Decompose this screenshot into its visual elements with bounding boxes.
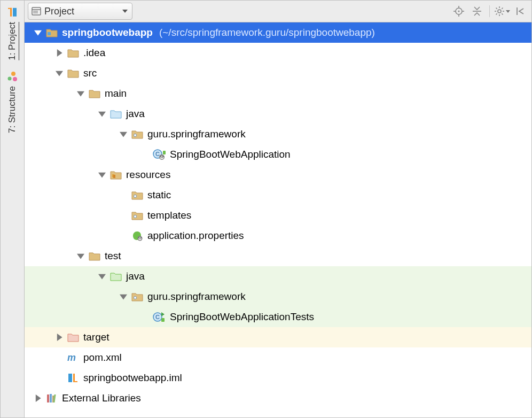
intellij-module-icon [67, 373, 79, 383]
disclosure-open-icon[interactable] [77, 90, 84, 97]
node-label: SpringBootWebApplication [170, 149, 291, 160]
svg-point-35 [134, 195, 137, 198]
disclosure-closed-icon[interactable] [56, 334, 63, 341]
test-source-folder-icon [110, 272, 122, 281]
disclosure-open-icon[interactable] [98, 110, 106, 118]
svg-point-28 [134, 134, 137, 137]
maven-icon: m [67, 352, 79, 363]
tree-node-templates[interactable]: templates [25, 205, 531, 226]
project-tool-window: Project springbootwebapp (~/src/springfr… [25, 1, 531, 417]
svg-rect-34 [113, 175, 115, 178]
disclosure-closed-icon[interactable] [56, 49, 63, 57]
tree-node-pkg-test[interactable]: guru.springframework [25, 287, 531, 307]
tree-node-target[interactable]: target [25, 327, 531, 347]
node-label: java [126, 270, 145, 282]
tree-node-pkg-main[interactable]: guru.springframework [25, 124, 531, 144]
node-path: (~/src/springframework.guru/springbootwe… [159, 27, 375, 38]
node-label: src [83, 67, 97, 79]
disclosure-open-icon[interactable] [77, 252, 84, 260]
disclosure-open-icon[interactable] [120, 293, 127, 300]
toolwindow-tab-project[interactable]: 1: Project [5, 4, 20, 64]
settings-button[interactable] [494, 3, 510, 19]
node-label: resources [126, 169, 170, 181]
svg-rect-27 [48, 32, 51, 35]
hide-button[interactable] [512, 3, 528, 19]
folder-icon [67, 68, 79, 78]
tree-node-pom[interactable]: m pom.xml [25, 347, 531, 368]
node-label: target [83, 331, 109, 343]
folder-icon [67, 48, 79, 58]
node-label: main [105, 88, 127, 99]
disclosure-open-icon[interactable] [98, 171, 106, 179]
disclosure-open-icon[interactable] [56, 69, 63, 77]
svg-text:m: m [67, 352, 76, 363]
toolwindow-tab-label: 1: Project [7, 22, 18, 60]
svg-line-23 [502, 13, 503, 14]
gear-icon [494, 6, 505, 17]
svg-point-17 [498, 10, 501, 13]
disclosure-open-icon[interactable] [34, 29, 42, 36]
svg-rect-1 [10, 8, 12, 17]
folder-icon [89, 89, 100, 98]
tree-node-test-class[interactable]: C SpringBootWebApplicationTests [25, 307, 531, 327]
svg-text:C: C [155, 314, 160, 320]
disclosure-open-icon[interactable] [98, 273, 106, 280]
toolwindow-tab-label: 7: Structure [7, 86, 18, 133]
svg-line-22 [496, 8, 497, 9]
package-icon [131, 292, 143, 301]
folder-icon [89, 251, 100, 261]
collapse-all-button[interactable] [469, 3, 485, 19]
svg-rect-43 [68, 374, 72, 382]
disclosure-open-icon[interactable] [120, 130, 127, 138]
svg-point-5 [11, 72, 15, 76]
svg-rect-47 [50, 394, 52, 402]
node-label: guru.springframework [147, 291, 246, 303]
svg-rect-41 [161, 318, 165, 322]
node-label: External Libraries [62, 392, 141, 404]
spring-boot-app-icon: C [153, 149, 166, 160]
svg-point-38 [134, 297, 137, 299]
node-label: guru.springframework [147, 128, 246, 140]
chevron-down-icon [506, 10, 510, 13]
project-tree[interactable]: springbootwebapp (~/src/springframework.… [25, 22, 531, 417]
tree-node-iml[interactable]: springbootwebapp.iml [25, 368, 531, 388]
package-icon [131, 211, 143, 220]
svg-point-11 [458, 11, 460, 12]
tree-node-src[interactable]: src [25, 63, 531, 83]
tree-node-resources[interactable]: resources [25, 165, 531, 185]
tree-node-idea[interactable]: .idea [25, 43, 531, 63]
toolwindow-tab-structure[interactable]: 7: Structure [5, 68, 20, 136]
node-label: pom.xml [83, 352, 122, 363]
tree-node-root[interactable]: springbootwebapp (~/src/springframework.… [25, 22, 531, 43]
disclosure-closed-icon[interactable] [34, 394, 42, 402]
scroll-to-source-button[interactable] [451, 3, 467, 19]
runnable-test-class-icon: C [153, 311, 166, 323]
chevron-down-icon [122, 10, 128, 13]
view-selector-label: Project [44, 6, 74, 17]
tree-node-main-class[interactable]: C SpringBootWebApplication [25, 144, 531, 165]
tree-node-static[interactable]: static [25, 185, 531, 205]
tree-node-app-props[interactable]: application.properties [25, 226, 531, 246]
node-label: .idea [83, 47, 105, 59]
node-label: application.properties [147, 230, 244, 242]
module-folder-icon [46, 28, 58, 37]
source-folder-icon [110, 109, 122, 119]
target-icon [453, 6, 464, 17]
intellij-project-icon [7, 7, 18, 18]
tree-node-main-java[interactable]: java [25, 104, 531, 124]
node-label: test [105, 250, 121, 262]
tree-node-main[interactable]: main [25, 83, 531, 104]
resources-folder-icon [110, 170, 122, 180]
svg-rect-46 [47, 394, 49, 402]
svg-rect-2 [8, 8, 12, 9]
project-toolbar: Project [25, 1, 531, 22]
node-label: springbootwebapp [62, 27, 153, 38]
package-icon [131, 190, 143, 200]
libraries-icon [46, 393, 58, 404]
tree-node-test-java[interactable]: java [25, 266, 531, 287]
view-selector[interactable]: Project [28, 3, 132, 20]
tool-window-bar: 1: Project 7: Structure [1, 1, 25, 417]
svg-text:C: C [155, 151, 160, 157]
tree-node-external-libs[interactable]: External Libraries [25, 388, 531, 408]
tree-node-test[interactable]: test [25, 246, 531, 266]
